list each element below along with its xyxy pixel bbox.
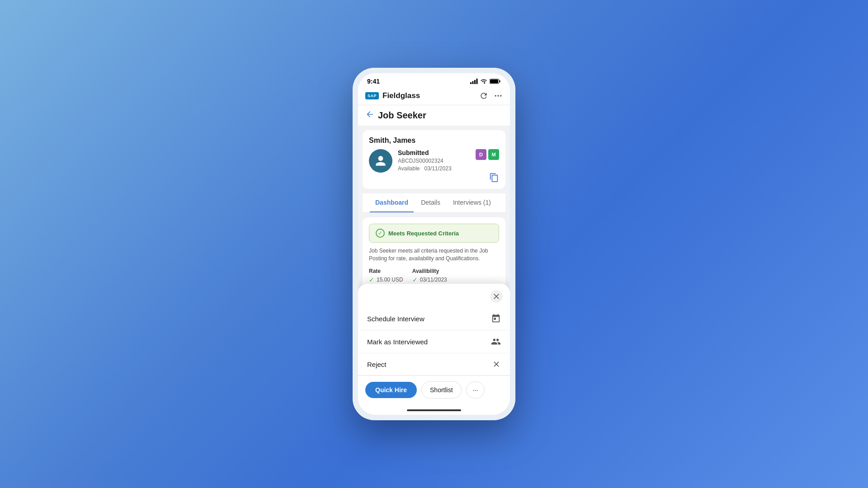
svg-point-9 <box>500 95 501 96</box>
available-date-value: 03/11/2023 <box>425 165 452 172</box>
reject-action[interactable]: Reject <box>358 353 510 375</box>
svg-point-8 <box>497 95 499 96</box>
signal-icon <box>470 79 478 84</box>
rate-group: Rate ✓ 15.00 USD <box>369 268 403 283</box>
svg-rect-6 <box>490 80 498 83</box>
schedule-interview-label: Schedule Interview <box>367 315 425 323</box>
badge-m: M <box>488 149 499 160</box>
status-icons <box>470 79 501 84</box>
home-indicator <box>358 409 510 415</box>
availability-group: Availibility ✓ 03/11/2023 <box>412 268 447 283</box>
dashboard-content: ✓ Meets Requested Criteria Job Seeker me… <box>363 217 505 290</box>
svg-point-7 <box>495 95 496 96</box>
app-brand: SAP Fieldglass <box>365 91 420 100</box>
svg-rect-1 <box>472 81 474 84</box>
rate-label: Rate <box>369 268 403 274</box>
criteria-banner: ✓ Meets Requested Criteria <box>369 224 499 243</box>
more-options-button[interactable]: ··· <box>466 381 485 399</box>
metrics-row: Rate ✓ 15.00 USD Availibility ✓ 03/11/20… <box>369 268 499 283</box>
refresh-icon[interactable] <box>479 91 488 100</box>
phone-shell: 9:41 <box>353 68 515 420</box>
svg-rect-2 <box>474 80 476 84</box>
tab-dashboard[interactable]: Dashboard <box>370 193 414 212</box>
criteria-check-icon: ✓ <box>376 229 385 238</box>
criteria-description: Job Seeker meets all criteria requested … <box>369 247 499 263</box>
user-badges: D M <box>476 149 499 160</box>
availability-check-icon: ✓ <box>412 276 418 283</box>
quick-hire-button[interactable]: Quick Hire <box>365 382 417 398</box>
candidate-info: Submitted ABCDJS00002324 Available 03/11… <box>398 149 452 172</box>
person-avatar-icon <box>373 154 388 168</box>
available-date: Available 03/11/2023 <box>398 165 452 172</box>
submitted-status: Submitted <box>398 149 452 156</box>
svg-rect-3 <box>476 79 478 84</box>
available-label: Available <box>398 165 420 172</box>
page-header: Job Seeker <box>358 105 510 126</box>
page-title: Job Seeker <box>378 110 426 121</box>
home-bar <box>407 409 461 411</box>
svg-rect-0 <box>470 82 472 84</box>
phone-screen: 9:41 <box>358 73 510 415</box>
candidate-card: Smith, James Submitted ABCDJS00002324 <box>363 130 505 189</box>
app-name: Fieldglass <box>382 91 420 100</box>
availability-label: Availibility <box>412 268 447 274</box>
mark-interviewed-action[interactable]: Mark as Interviewed <box>358 330 510 353</box>
availability-value-row: ✓ 03/11/2023 <box>412 276 447 283</box>
candidate-body: Submitted ABCDJS00002324 Available 03/11… <box>369 149 452 173</box>
more-menu-icon[interactable] <box>494 91 503 100</box>
app-header: SAP Fieldglass <box>358 88 510 105</box>
status-time: 9:41 <box>367 78 380 85</box>
reject-close-icon <box>492 360 501 369</box>
tab-details[interactable]: Details <box>415 193 446 212</box>
availability-value: 03/11/2023 <box>420 277 447 283</box>
rate-check-icon: ✓ <box>369 276 374 283</box>
copy-icon[interactable] <box>489 173 499 183</box>
reject-label: Reject <box>367 361 387 368</box>
criteria-text: Meets Requested Criteria <box>388 230 459 237</box>
rate-value: 15.00 USD <box>377 277 403 283</box>
status-bar: 9:41 <box>358 73 510 88</box>
schedule-interview-action[interactable]: Schedule Interview <box>358 307 510 330</box>
mark-interviewed-label: Mark as Interviewed <box>367 338 428 346</box>
avatar <box>369 149 392 173</box>
rate-value-row: ✓ 15.00 USD <box>369 276 403 283</box>
candidate-right: D M <box>476 149 499 183</box>
battery-icon <box>490 79 501 84</box>
svg-rect-5 <box>500 80 500 83</box>
header-actions <box>479 91 503 100</box>
candidate-name: Smith, James <box>369 136 499 145</box>
wifi-icon <box>480 79 487 84</box>
back-button[interactable] <box>365 110 374 121</box>
shortlist-button[interactable]: Shortlist <box>421 381 462 399</box>
close-x-icon <box>494 294 499 299</box>
sap-logo: SAP <box>365 92 379 99</box>
tabs-container: Dashboard Details Interviews (1) <box>363 193 505 213</box>
person-check-icon <box>491 337 501 347</box>
badge-d: D <box>476 149 486 160</box>
sheet-close-button[interactable] <box>490 290 503 303</box>
bottom-sheet: Schedule Interview Mark as Interviewed R… <box>358 284 510 415</box>
candidate-id: ABCDJS00002324 <box>398 158 452 164</box>
sheet-close-row <box>358 284 510 307</box>
bottom-action-bar: Quick Hire Shortlist ··· <box>358 375 510 409</box>
tab-interviews[interactable]: Interviews (1) <box>448 193 496 212</box>
calendar-icon <box>491 314 501 324</box>
